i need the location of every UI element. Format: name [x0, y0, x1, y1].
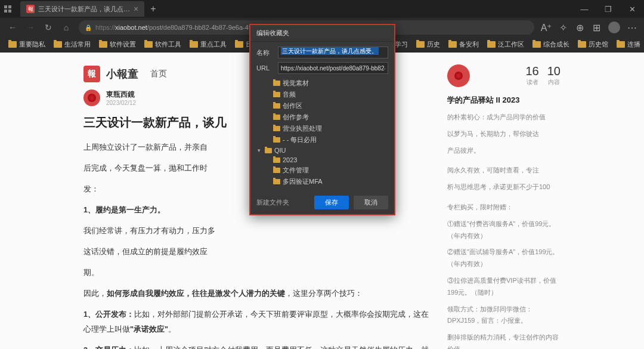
folder-icon	[487, 41, 496, 48]
bookmark-folder[interactable]: 泛工作区	[484, 38, 528, 51]
bookmark-folder[interactable]: 生活常用	[50, 38, 94, 51]
new-tab-button[interactable]: +	[144, 4, 162, 14]
folder-icon	[99, 41, 107, 48]
home-link[interactable]: 首页	[150, 69, 167, 79]
svg-rect-1	[8, 5, 11, 8]
folder-icon	[273, 81, 280, 86]
site-logo-icon[interactable]: 報	[83, 66, 100, 82]
save-button[interactable]: 保存	[314, 196, 349, 209]
bookmark-folder[interactable]: 历史	[413, 38, 444, 51]
folder-icon	[273, 92, 280, 97]
tree-item[interactable]: 音频	[256, 89, 388, 100]
folder-icon	[273, 168, 280, 173]
svg-rect-0	[4, 5, 7, 8]
site-name: 小報童	[106, 67, 138, 81]
tree-item[interactable]: 创作参考	[256, 112, 388, 123]
maximize-button[interactable]: ❐	[596, 0, 620, 18]
window-controls: — ❐ ✕	[572, 0, 644, 18]
browser-menu-icon[interactable]	[4, 5, 12, 13]
folder-icon	[273, 137, 280, 143]
bookmark-folder[interactable]: 备安利	[445, 38, 482, 51]
titlebar: 報 三天设计一款新产品，谈几点… × + — ❐ ✕	[0, 0, 644, 18]
tree-item[interactable]: - - 每日必用	[256, 134, 388, 146]
folder-icon	[235, 41, 243, 48]
folder-icon	[273, 157, 280, 163]
url-input[interactable]	[278, 62, 388, 74]
forward-button[interactable]: →	[23, 20, 38, 35]
close-window-button[interactable]: ✕	[620, 0, 644, 18]
tab-title: 三天设计一款新产品，谈几点…	[38, 5, 130, 14]
tree-item[interactable]: ▾QIU	[256, 146, 388, 155]
folder-tree: 视觉素材 音频 创作区 创作参考 营业执照处理 - - 每日必用 ▾QIU 20…	[256, 78, 388, 186]
folder-icon	[273, 126, 280, 131]
folder-icon	[578, 41, 586, 48]
user-avatar[interactable]	[608, 21, 620, 33]
svg-rect-3	[8, 10, 11, 13]
stat-contents: 10	[547, 64, 561, 78]
url-scheme: https://	[95, 24, 115, 31]
tree-item[interactable]: 视觉素材	[256, 78, 388, 89]
back-button[interactable]: ←	[5, 20, 20, 35]
minimize-button[interactable]: —	[572, 0, 596, 18]
dialog-title: 编辑收藏夹	[250, 25, 394, 42]
bookmark-folder[interactable]: 重要隐私	[5, 38, 49, 51]
tree-item[interactable]: 2023	[256, 155, 388, 165]
bookmark-folder[interactable]: 软件工具	[141, 38, 185, 51]
folder-icon	[144, 41, 153, 48]
cancel-button[interactable]: 取消	[354, 196, 388, 209]
folder-icon	[448, 41, 457, 48]
svg-rect-2	[4, 10, 7, 13]
folder-icon	[416, 41, 425, 48]
sidebar-avatar-icon[interactable]	[442, 60, 475, 92]
author-avatar-icon[interactable]	[80, 86, 104, 110]
folder-icon	[54, 41, 62, 48]
name-label: 名称	[256, 48, 273, 57]
post-date: 2023/02/12	[106, 100, 136, 106]
tree-item[interactable]: 营业执照处理	[256, 123, 388, 134]
folder-icon	[8, 41, 17, 48]
lock-icon: 🔒	[85, 24, 92, 31]
tab-close-icon[interactable]: ×	[134, 4, 138, 14]
author-name[interactable]: 東瓶西鏡	[106, 89, 136, 100]
stats: 16读者 10内容	[526, 64, 561, 87]
refresh-button[interactable]: ↻	[41, 20, 56, 35]
tree-item[interactable]: 文件管理	[256, 165, 388, 176]
url-domain: xiaobot.net	[115, 24, 147, 31]
folder-icon	[273, 179, 280, 184]
favorite-icon[interactable]: ✧	[556, 20, 570, 35]
sidebar-title: 学的产品驿站 II 2023	[447, 95, 561, 106]
folder-icon	[265, 148, 272, 153]
bookmark-folder[interactable]: 综合成长	[529, 38, 573, 51]
folder-icon	[190, 41, 198, 48]
folder-icon	[617, 41, 625, 48]
folder-icon	[273, 103, 280, 109]
collapse-icon[interactable]: ▾	[258, 147, 262, 153]
name-input[interactable]: 三天设计一款新产品，谈几点感受。	[278, 47, 388, 58]
browser-tab[interactable]: 報 三天设计一款新产品，谈几点… ×	[20, 1, 144, 17]
section-heading: 1、履约是第一生产力。	[83, 206, 165, 214]
tab-favicon-icon: 報	[26, 5, 35, 13]
url-label: URL	[256, 64, 273, 72]
bookmark-folder[interactable]: 软件设置	[95, 38, 140, 51]
bookmark-folder[interactable]: 重点工具	[186, 38, 230, 51]
extensions-icon[interactable]: ⊞	[589, 20, 603, 35]
new-folder-button[interactable]: 新建文件夹	[256, 198, 289, 207]
read-mode-icon[interactable]: A⁺	[539, 20, 553, 35]
home-button[interactable]: ⌂	[58, 20, 74, 35]
folder-icon	[532, 41, 541, 48]
bookmark-folder[interactable]: 连播	[613, 38, 644, 51]
tab-group: 報 三天设计一款新产品，谈几点… × +	[20, 1, 162, 17]
bookmark-folder[interactable]: 历史馆	[574, 38, 612, 51]
collections-icon[interactable]: ⊕	[572, 20, 587, 35]
edit-bookmark-dialog: 编辑收藏夹 名称 三天设计一款新产品，谈几点感受。 URL 视觉素材 音频 创作…	[249, 24, 395, 215]
folder-icon	[273, 115, 280, 120]
more-icon[interactable]: ⋯	[625, 20, 639, 35]
tree-item[interactable]: 多因验证MFA	[256, 176, 388, 186]
tree-item[interactable]: 创作区	[256, 100, 388, 112]
sidebar: 16读者 10内容 学的产品驿站 II 2023 的朴素初心：成为产品同学的价值…	[447, 58, 561, 349]
stat-readers: 16	[526, 64, 539, 78]
